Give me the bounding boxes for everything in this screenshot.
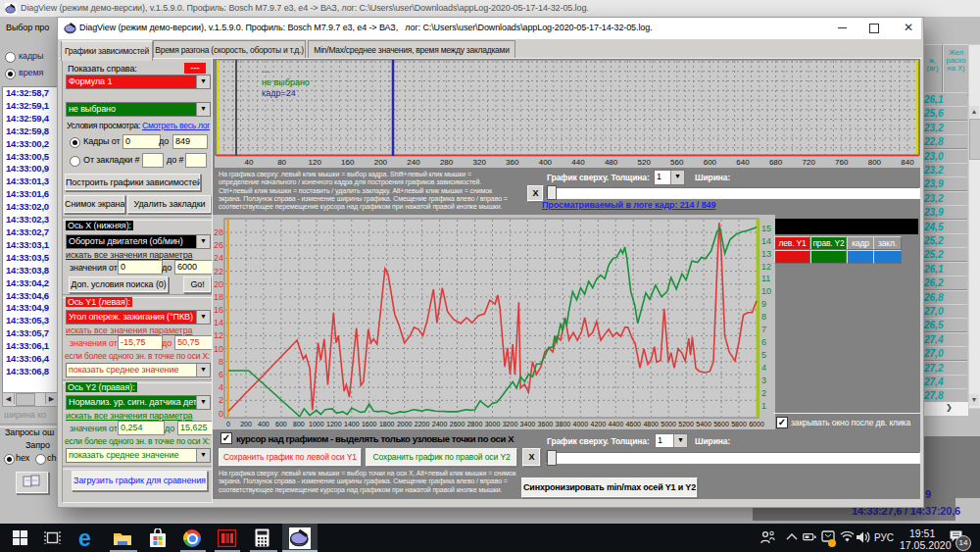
svg-text:80: 80 xyxy=(277,158,286,167)
svg-text:5: 5 xyxy=(761,350,766,360)
svg-text:280: 280 xyxy=(440,158,454,167)
svg-text:440: 440 xyxy=(571,158,585,167)
svg-text:400: 400 xyxy=(258,421,270,427)
svg-text:800: 800 xyxy=(868,158,882,167)
svg-text:8: 8 xyxy=(761,312,766,322)
svg-text:3: 3 xyxy=(761,376,766,385)
svg-text:2: 2 xyxy=(761,388,766,398)
svg-text:24: 24 xyxy=(214,253,223,263)
svg-text:4200: 4200 xyxy=(591,421,607,427)
svg-text:5600: 5600 xyxy=(713,421,729,427)
svg-text:2200: 2200 xyxy=(415,421,430,427)
svg-text:5200: 5200 xyxy=(678,421,694,427)
svg-text:200: 200 xyxy=(240,421,252,427)
svg-text:0: 0 xyxy=(226,421,230,427)
svg-text:6: 6 xyxy=(761,337,766,347)
svg-text:4600: 4600 xyxy=(625,421,641,427)
svg-text:11: 11 xyxy=(761,274,770,283)
svg-text:1800: 1800 xyxy=(379,421,395,427)
svg-text:3800: 3800 xyxy=(556,421,571,427)
svg-text:800: 800 xyxy=(293,421,305,427)
svg-text:1200: 1200 xyxy=(326,421,342,427)
svg-text:4400: 4400 xyxy=(609,421,624,427)
svg-text:680: 680 xyxy=(769,158,783,167)
svg-text:10: 10 xyxy=(761,286,771,296)
svg-text:40: 40 xyxy=(245,158,254,167)
svg-text:12: 12 xyxy=(761,262,771,272)
svg-text:720: 720 xyxy=(803,158,816,167)
svg-text:4800: 4800 xyxy=(643,421,659,427)
svg-text:640: 640 xyxy=(736,158,750,167)
svg-text:2600: 2600 xyxy=(450,421,466,427)
svg-text:1: 1 xyxy=(761,401,766,411)
svg-text:240: 240 xyxy=(407,158,420,167)
svg-text:5800: 5800 xyxy=(731,421,747,427)
svg-text:кадр=24: кадр=24 xyxy=(262,88,296,98)
svg-text:1400: 1400 xyxy=(344,421,360,427)
svg-text:2: 2 xyxy=(219,395,223,405)
svg-text:15: 15 xyxy=(761,224,771,233)
svg-text:13: 13 xyxy=(761,249,771,259)
svg-text:4: 4 xyxy=(219,382,223,392)
svg-text:16: 16 xyxy=(214,305,223,315)
svg-text:28: 28 xyxy=(214,227,223,237)
svg-text:400: 400 xyxy=(539,158,553,167)
svg-text:2800: 2800 xyxy=(467,421,483,427)
svg-text:20: 20 xyxy=(214,279,223,289)
svg-text:760: 760 xyxy=(835,158,849,167)
svg-text:600: 600 xyxy=(275,421,287,427)
svg-text:6: 6 xyxy=(219,370,223,379)
svg-text:160: 160 xyxy=(341,158,355,167)
svg-text:3600: 3600 xyxy=(538,421,554,427)
svg-text:14: 14 xyxy=(214,318,223,327)
svg-text:9: 9 xyxy=(761,299,766,309)
svg-text:14: 14 xyxy=(761,236,771,246)
svg-text:480: 480 xyxy=(605,158,618,167)
svg-text:---: --- xyxy=(262,67,270,76)
svg-text:5000: 5000 xyxy=(661,421,676,427)
svg-text:1000: 1000 xyxy=(309,421,324,427)
svg-text:8: 8 xyxy=(219,357,223,367)
svg-text:12: 12 xyxy=(214,330,223,340)
svg-text:600: 600 xyxy=(704,158,717,167)
svg-text:6000: 6000 xyxy=(749,421,764,427)
svg-text:1600: 1600 xyxy=(362,421,377,427)
svg-text:18: 18 xyxy=(214,292,223,302)
svg-text:4: 4 xyxy=(761,363,766,373)
svg-text:560: 560 xyxy=(670,158,684,167)
svg-text:520: 520 xyxy=(638,158,652,167)
svg-text:840: 840 xyxy=(901,158,914,167)
svg-text:360: 360 xyxy=(506,158,519,167)
svg-text:5400: 5400 xyxy=(696,421,711,427)
svg-text:120: 120 xyxy=(309,158,322,167)
svg-text:22: 22 xyxy=(214,267,223,276)
svg-text:2400: 2400 xyxy=(432,421,448,427)
svg-text:7: 7 xyxy=(761,325,766,334)
svg-text:0: 0 xyxy=(219,409,223,419)
svg-text:3400: 3400 xyxy=(520,421,536,427)
svg-text:320: 320 xyxy=(473,158,487,167)
svg-text:не выбрано: не выбрано xyxy=(262,77,310,87)
svg-text:10: 10 xyxy=(214,344,223,354)
svg-text:200: 200 xyxy=(374,158,388,167)
svg-text:2000: 2000 xyxy=(397,421,413,427)
svg-text:4000: 4000 xyxy=(573,421,589,427)
svg-text:3200: 3200 xyxy=(503,421,518,427)
svg-text:3000: 3000 xyxy=(485,421,501,427)
svg-text:26: 26 xyxy=(214,240,223,250)
